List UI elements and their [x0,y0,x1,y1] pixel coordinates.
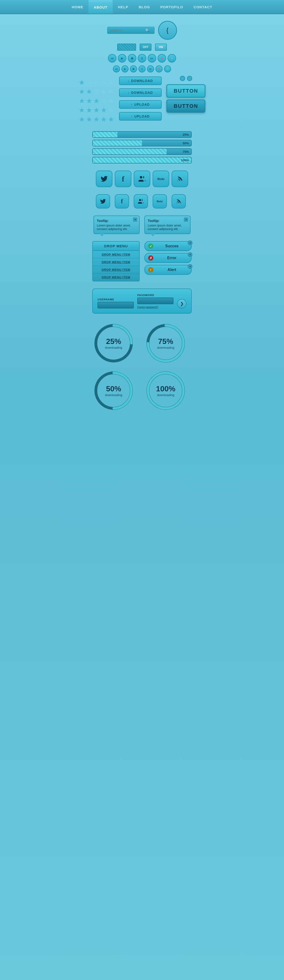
nav-item-help[interactable]: HELP [113,1,133,13]
tooltip-close-1[interactable]: ✕ [133,218,137,222]
upload-button-1[interactable]: ↑ UPLOAD [119,100,162,109]
off-button[interactable]: OFF [140,44,151,51]
big-button-1[interactable]: BUTTON [167,84,205,98]
star-filled[interactable]: ★ [93,97,100,105]
star-empty[interactable]: ★ [93,88,100,96]
twitter-icon-2[interactable] [96,194,110,208]
media-stop2[interactable]: ⏹ [130,65,137,73]
star-empty[interactable]: ★ [101,88,107,96]
star-filled[interactable]: ★ [86,115,92,123]
star-filled[interactable]: ★ [101,106,107,114]
nav-item-portofilo[interactable]: PORTOFILO [155,1,189,13]
on-button[interactable]: ON [155,44,167,51]
password-input[interactable] [137,298,173,304]
star-empty[interactable]: ★ [86,78,92,86]
progress-label-75: 75% [183,150,189,153]
success-text: Succes [156,244,188,248]
media-play2[interactable]: ▶ [121,65,129,73]
star-filled[interactable]: ★ [86,106,92,114]
rss-icon-2[interactable] [171,194,186,208]
star-empty[interactable]: ★ [108,106,114,114]
star-filled[interactable]: ★ [79,88,85,96]
star-filled[interactable]: ★ [86,97,92,105]
drop-menu-item-1[interactable]: DROP MENU ITEM [93,251,139,258]
status-alert[interactable]: ! Alert ✕ [144,265,192,275]
social-grid-2: f flickr [96,194,188,208]
star-empty[interactable]: ★ [101,97,107,105]
big-button-2[interactable]: BUTTON [167,100,205,113]
flickr-icon-2[interactable]: flickr [153,194,167,208]
success-close[interactable]: ✕ [188,240,192,245]
rating-row-5: ★ ★ ★ ★ ★ [79,115,114,123]
star-empty[interactable]: ★ [101,78,107,86]
star-filled[interactable]: ★ [79,97,85,105]
drop-menu-item-4[interactable]: DROP MENU ITEM [93,274,139,281]
nav-item-blog[interactable]: BLOG [133,1,155,13]
drop-menu-item-2[interactable]: DROP MENU ITEM [93,258,139,266]
misc-circle-button[interactable]: { [158,21,177,40]
star-empty[interactable]: ★ [108,88,114,96]
star-filled[interactable]: ★ [79,78,85,86]
drop-menu-item-3[interactable]: DROP MENU ITEM [93,266,139,274]
twitter-icon-1[interactable] [96,170,113,187]
download-button-1[interactable]: ↓ DOWNLOAD [119,76,162,85]
media-rewind[interactable]: ⏮ [108,54,116,62]
media-star[interactable]: ★ [168,54,176,62]
status-success[interactable]: ✓ Succes ✕ [144,241,192,251]
star-empty[interactable]: ★ [93,78,100,86]
drop-menu-header[interactable]: DROP MENU [92,241,140,251]
group-icon-1[interactable] [134,170,150,187]
main-content: 🔍 { OFF ON ⏮ ▶ ⏹ ⏸ ⏭ ♥ ★ ⏮ ▶ ⏹ ⏸ ⏭ ♥ ★ ★ [85,14,199,422]
dot-indicators [180,76,192,81]
progress-label-25: 25% [183,133,189,137]
media-forward[interactable]: ⏭ [148,54,156,62]
star-filled[interactable]: ★ [79,115,85,123]
password-label: PASSWORD [137,294,173,297]
circle-percent-75: 75% [157,337,174,346]
download-button-2[interactable]: ↓ DOWNLOAD [119,88,162,97]
upload-button-2[interactable]: ↑ UPLOAD [119,112,162,121]
media-forward2[interactable]: ⏭ [147,65,154,73]
star-empty[interactable]: ★ [108,97,114,105]
flickr-icon-1[interactable]: flickr [153,170,169,187]
progress-bar-50: 50% [92,140,192,146]
tooltip-body-2: Lorem ipsum dolor amet, consect adipisci… [148,224,187,231]
media-heart[interactable]: ♥ [158,54,166,62]
rss-icon-1[interactable] [171,170,188,187]
nav-item-contact[interactable]: CONTACT [189,1,217,13]
username-input[interactable] [97,302,134,309]
star-filled[interactable]: ★ [79,106,85,114]
tooltip-close-2[interactable]: ✕ [184,218,188,222]
star-empty[interactable]: ★ [108,78,114,86]
facebook-icon-2[interactable]: f [115,194,129,208]
status-error[interactable]: ✗ Error ✕ [144,253,192,263]
tooltip-tail-1 [100,234,105,236]
tooltip-title-1: Tooltip: [97,219,136,223]
star-filled[interactable]: ★ [108,115,114,123]
forgot-password-link[interactable]: Forgot password? [137,305,173,309]
search-icon: 🔍 [145,29,149,32]
media-pause2[interactable]: ⏸ [138,65,146,73]
search-input[interactable] [110,29,145,32]
media-star2[interactable]: ★ [164,65,171,73]
slider-toggle[interactable] [117,44,136,51]
nav-item-about[interactable]: ABOUT [89,0,113,13]
star-filled[interactable]: ★ [101,115,107,123]
error-close[interactable]: ✕ [188,252,192,257]
status-messages: ✓ Succes ✕ ✗ Error ✕ ! Alert ✕ [144,241,192,275]
star-filled[interactable]: ★ [93,115,100,123]
media-rewind2[interactable]: ⏮ [113,65,120,73]
alert-close[interactable]: ✕ [188,264,192,269]
media-play[interactable]: ▶ [118,54,126,62]
star-filled[interactable]: ★ [86,88,92,96]
alert-icon: ! [148,267,153,272]
media-heart2[interactable]: ♥ [155,65,163,73]
media-pause[interactable]: ⏸ [138,54,146,62]
svg-point-2 [139,199,141,201]
nav-item-home[interactable]: HOME [67,1,89,13]
facebook-icon-1[interactable]: f [115,170,131,187]
star-filled[interactable]: ★ [93,106,100,114]
media-stop[interactable]: ⏹ [128,54,136,62]
submit-button[interactable]: ❯ [177,299,187,309]
group-icon-2[interactable] [134,194,148,208]
